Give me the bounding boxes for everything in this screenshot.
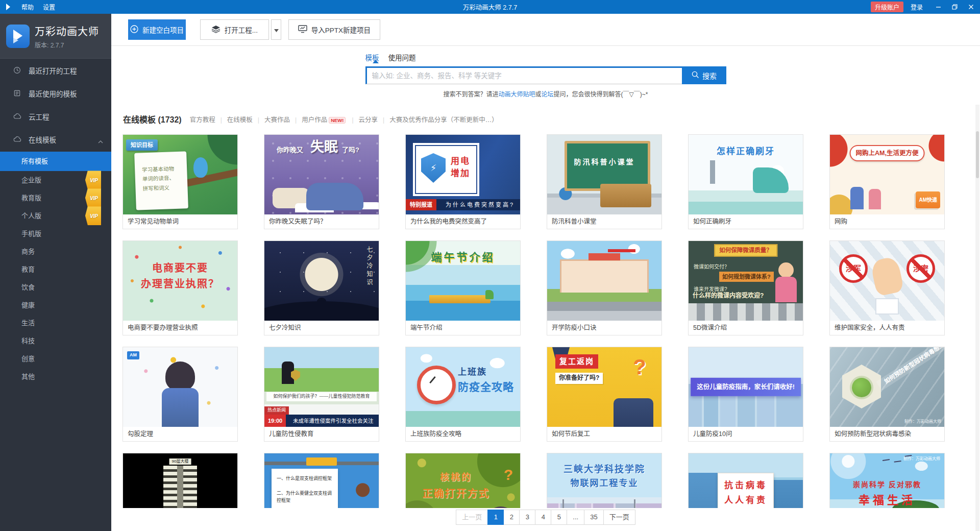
open-project-button[interactable]: 打开工程... — [200, 19, 269, 40]
template-card[interactable]: 端午节介绍端午节介绍 — [405, 240, 521, 335]
template-caption: 电商要不要办理营业执照 — [123, 321, 237, 335]
template-card[interactable]: 这份儿童防疫指南，家长们请收好!儿童防疫10问 — [688, 347, 803, 442]
sidebar-subitem-2[interactable]: 教育版VIP — [0, 189, 111, 207]
thumb-text: 如何保障微课质量？ — [714, 244, 777, 257]
menu-settings[interactable]: 设置 — [43, 3, 55, 11]
sidebar-subitem-6[interactable]: 教育 — [0, 260, 111, 278]
template-card[interactable]: 抗击病毒 人人有责 — [688, 453, 803, 508]
thumb-text: 涉密 — [906, 254, 935, 283]
template-card[interactable]: 如何保护我们的孩子？——儿童性侵犯防范教育未成年遭性侵案件引发全社会关注热点新闻… — [264, 347, 379, 442]
sidebar-subitem-8[interactable]: 健康 — [0, 296, 111, 314]
template-card[interactable]: 涉军涉密维护国家安全，人人有责 — [829, 240, 945, 335]
sidebar-item-3[interactable]: 在线模板 — [0, 128, 111, 151]
minimize-button[interactable] — [934, 3, 942, 11]
template-card[interactable]: 你昨晚又失眠了吗?你昨晚又失眠了吗？ — [264, 134, 379, 229]
sidebar-subitem-1[interactable]: 企业版VIP — [0, 171, 111, 189]
page-button-2[interactable]: 2 — [503, 510, 520, 525]
header-link-1[interactable]: 在线模板 — [227, 116, 253, 124]
sidebar: 万彩动画大师 版本: 2.7.7 最近打开的工程最近使用的模板云工程在线模板 所… — [0, 14, 111, 531]
open-project-dropdown-button[interactable] — [271, 19, 281, 40]
sidebar-item-1[interactable]: 最近使用的模板 — [0, 82, 111, 105]
thumb-text: 制作：万彩动画大师 — [903, 456, 940, 462]
search-button[interactable]: 搜索 — [682, 66, 726, 84]
sidebar-subitem-7[interactable]: 饮食 — [0, 278, 111, 296]
search-input[interactable] — [365, 66, 682, 84]
login-button[interactable]: 登录 — [911, 3, 923, 11]
template-caption: 5D微课介绍 — [689, 321, 803, 335]
sidebar-nav: 最近打开的工程最近使用的模板云工程在线模板 — [0, 59, 111, 151]
thumb-text: 物联网工程专业 — [571, 478, 639, 489]
page-button-4[interactable]: 4 — [535, 510, 551, 525]
header-links: 官方教程|在线模板|大赛作品|用户作品NEW!|云分享|大赛及优秀作品分享（不断… — [190, 114, 498, 124]
template-caption: 学习常见动物单词 — [123, 214, 237, 229]
sidebar-subitem-label: 企业版 — [21, 176, 41, 184]
template-card[interactable]: 复工返岗你准备好了吗??如何节后复工 — [547, 347, 662, 442]
page-button-3[interactable]: 3 — [519, 510, 535, 525]
thumb-text: 上班族 — [458, 367, 487, 378]
template-card[interactable]: 90层大楼 — [122, 453, 238, 508]
tieba-link[interactable]: 动画大师贴吧 — [499, 91, 535, 98]
template-card[interactable]: 网购上AM,生活更方便AM快递网购 — [829, 134, 945, 229]
upgrade-account-button[interactable]: 升级账户 — [871, 2, 903, 12]
template-card[interactable]: 知识目标学习基本动物 单词的读音、 拼写和词义学习常见动物单词 — [122, 134, 238, 229]
page-button-...[interactable]: ... — [567, 510, 584, 525]
header-link-0[interactable]: 官方教程 — [190, 116, 215, 124]
app-version: 版本: 2.7.7 — [35, 40, 99, 49]
page-button-5[interactable]: 5 — [551, 510, 567, 525]
sidebar-subitem-label: 生活 — [21, 319, 35, 327]
sidebar-subitem-11[interactable]: 创意 — [0, 350, 111, 368]
scrollbar-thumb[interactable] — [976, 131, 979, 178]
import-pptx-button[interactable]: 导入PPTX新建项目 — [288, 19, 380, 40]
header-link-2[interactable]: 大赛作品 — [264, 116, 290, 124]
page-button-35[interactable]: 35 — [584, 510, 603, 525]
template-card[interactable]: 如何预防新型冠状病毒感染制作：万彩动画大师如何预防新型冠状病毒感染 — [829, 347, 945, 442]
page-button-上一页[interactable]: 上一页 — [456, 510, 488, 525]
template-card[interactable]: 怎样正确刷牙如何正确刷牙 — [688, 134, 803, 229]
import-screen-icon — [298, 25, 307, 35]
sidebar-subitem-0[interactable]: 所有模板 — [0, 152, 111, 171]
tab-usage-question[interactable]: 使用问题 — [388, 52, 416, 62]
sidebar-subitem-10[interactable]: 科技 — [0, 332, 111, 350]
page-button-1[interactable]: 1 — [487, 510, 504, 525]
sidebar-subitem-4[interactable]: 手机版 — [0, 225, 111, 243]
template-caption: 防汛科普小课堂 — [547, 214, 662, 229]
thumb-text: 电商要不要 办理营业执照？ — [123, 260, 237, 292]
open-project-label: 打开工程... — [225, 25, 258, 35]
template-card[interactable]: 一、什么是双支柱调控框架 二、为什么要健全双支柱调控框架 三、如何健全双支柱调控… — [264, 453, 379, 508]
page-button-下一页[interactable]: 下一页 — [603, 510, 635, 525]
template-card[interactable]: 开学防疫小口诀 — [547, 240, 662, 335]
restore-button[interactable] — [950, 3, 959, 11]
sidebar-subitem-9[interactable]: 生活 — [0, 314, 111, 332]
template-card[interactable]: 用电 增加为什么电费突然变高?特别报道为什么我的电费突然变高了 — [405, 134, 521, 229]
thumb-text: 19:00 — [264, 415, 286, 427]
forum-link[interactable]: 论坛 — [542, 91, 554, 98]
template-card[interactable]: 崇尚科学 反对邪教幸福生活制作：万彩动画大师 — [829, 453, 945, 508]
sidebar-subitem-label: 创意 — [21, 355, 35, 363]
thumb-text: 涉军 — [839, 254, 868, 283]
header-link-5[interactable]: 大赛及优秀作品分享（不断更新中…） — [389, 116, 498, 124]
template-card[interactable]: 如何保障微课质量？微课如何交付？如何规划微课体系?谁来开发微课?什么样的微课内容… — [688, 240, 803, 335]
header-link-3[interactable]: 用户作品 — [302, 116, 327, 124]
new-badge: NEW! — [329, 117, 346, 124]
active-tab-pointer — [373, 57, 379, 63]
template-card[interactable]: 七夕冷知识七夕冷知识 — [264, 240, 379, 335]
toolbar: 新建空白项目 打开工程... 导入PPTX新建项目 — [111, 14, 980, 46]
header-link-4[interactable]: 云分享 — [359, 116, 378, 124]
sidebar-subitem-3[interactable]: 个人版VIP — [0, 207, 111, 225]
template-card[interactable]: 电商要不要 办理营业执照？电商要不要办理营业执照 — [122, 240, 238, 335]
sidebar-item-0[interactable]: 最近打开的工程 — [0, 59, 111, 82]
clock-icon — [13, 66, 22, 74]
close-button[interactable] — [967, 3, 975, 11]
new-blank-project-button[interactable]: 新建空白项目 — [128, 19, 186, 40]
template-card[interactable]: 防汛科普小课堂防汛科普小课堂 — [547, 134, 662, 229]
template-card[interactable]: AM勾股定理 — [122, 347, 238, 442]
menu-help[interactable]: 帮助 — [21, 3, 34, 11]
thumb-text: 你昨晚又 — [277, 146, 303, 155]
template-card[interactable]: 核桃的正确打开方式? — [405, 453, 521, 508]
template-card[interactable]: 上班族防疫全攻略上班族防疫全攻略 — [405, 347, 521, 442]
window-title: 万彩动画大师 2.7.7 — [0, 2, 980, 12]
sidebar-item-2[interactable]: 云工程 — [0, 105, 111, 128]
template-card[interactable]: 三峡大学科技学院物联网工程专业 — [547, 453, 662, 508]
sidebar-subitem-5[interactable]: 商务 — [0, 243, 111, 260]
sidebar-subitem-12[interactable]: 其他 — [0, 368, 111, 385]
